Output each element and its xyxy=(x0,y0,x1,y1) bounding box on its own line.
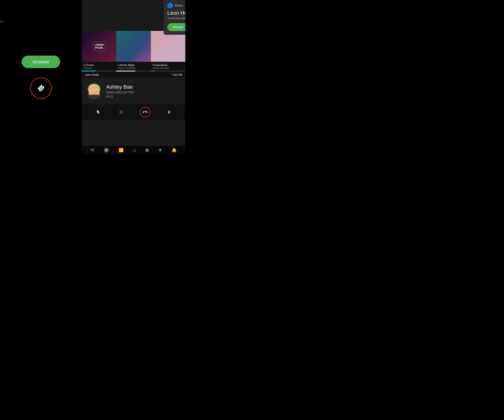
bluetooth-button[interactable] xyxy=(165,108,174,116)
now-playing-time: 7:43 PM xyxy=(172,73,182,77)
media-card-2[interactable] xyxy=(116,31,151,62)
track-title-1: s Tincidu xyxy=(83,64,115,67)
bell-icon[interactable]: 🔔 xyxy=(172,148,177,153)
hangup-icon: ☎ xyxy=(36,83,46,93)
svg-point-6 xyxy=(122,112,123,112)
call-duration: 00:22 xyxy=(106,95,182,98)
lorem-ipsum-text: LOREM IPSUM. xyxy=(93,42,105,51)
progress-fill-3 xyxy=(151,71,154,72)
track-item-1[interactable]: s Tincidu i Ryushi xyxy=(82,62,116,71)
svg-point-1 xyxy=(120,111,120,111)
left-call-panel: ent Answer ☎ xyxy=(0,0,82,154)
media-card-3[interactable] xyxy=(151,31,185,62)
progress-bars-row xyxy=(82,71,185,72)
caller-name: Ashley Bae xyxy=(106,84,182,90)
decline-circle-button[interactable]: ☎ xyxy=(30,77,52,99)
media-titles-row: s Tincidu i Ryushi Lobortis Magn Nayara … xyxy=(82,62,185,71)
track-title-3: Suspendisse xyxy=(152,64,184,67)
active-call-card: Ashley Bae Mobile (360) 624-7567 00:22 xyxy=(82,78,185,104)
notification-answer-button[interactable]: Answer xyxy=(167,23,185,31)
dialpad-button[interactable] xyxy=(117,108,125,116)
progress-bar-1 xyxy=(82,71,116,72)
progress-fill-1 xyxy=(82,71,96,72)
media-card-1[interactable]: LOREM IPSUM. xyxy=(82,31,116,62)
end-call-button[interactable] xyxy=(140,107,150,117)
home-icon[interactable]: ⌂ xyxy=(133,148,136,153)
progress-bar-2 xyxy=(116,71,151,72)
svg-point-2 xyxy=(121,111,121,111)
svg-point-7 xyxy=(120,113,120,114)
incoming-call-notification: 📞 Phone Leon Hunt Incoming call Answer D… xyxy=(164,0,185,35)
now-playing-header: John Smith 7:43 PM xyxy=(82,72,185,78)
notification-caller-name: Leon Hunt xyxy=(167,10,185,16)
caller-avatar xyxy=(85,83,102,99)
progress-bar-3 xyxy=(151,71,185,72)
right-panel: 📞 Phone Leon Hunt Incoming call Answer D… xyxy=(82,0,185,154)
svg-point-4 xyxy=(120,112,120,112)
svg-point-9 xyxy=(122,113,123,114)
phone-app-icon: 📞 xyxy=(167,3,173,8)
caller-info: Ashley Bae Mobile (360) 624-7567 00:22 xyxy=(106,84,182,98)
notification-subtitle: Incoming call xyxy=(167,17,185,20)
nav-number: 72 xyxy=(90,148,94,152)
svg-point-5 xyxy=(121,112,121,112)
svg-point-8 xyxy=(121,113,121,114)
content-area: LOREM IPSUM. s Tincidu i Ryushi Lobortis… xyxy=(82,31,185,146)
signal-icon: 📶 xyxy=(119,148,124,153)
media-cards-row: LOREM IPSUM. xyxy=(82,31,185,62)
nav-arrow-button[interactable]: ▶ xyxy=(104,148,109,153)
progress-fill-2 xyxy=(116,71,135,72)
track-title-2: Lobortis Magn xyxy=(118,64,149,67)
arrow-icon: ▶ xyxy=(106,149,107,151)
notification-actions: Answer Decline xyxy=(167,23,185,31)
call-controls xyxy=(82,104,185,120)
track-item-2[interactable]: Lobortis Magn Nayara Defuente xyxy=(116,62,151,71)
track-item-3[interactable]: Suspendisse Amelia Edwards xyxy=(151,62,185,71)
mute-button[interactable] xyxy=(94,108,102,116)
track-artist-2: Nayara Defuente xyxy=(118,67,149,69)
track-artist-3: Amelia Edwards xyxy=(152,67,184,69)
fan-icon[interactable]: ✳ xyxy=(159,148,162,153)
answer-button-large[interactable]: Answer xyxy=(22,56,60,68)
grid-icon[interactable]: ⊞ xyxy=(145,148,149,153)
notification-app-name: Phone xyxy=(175,4,183,7)
notification-header: 📞 Phone xyxy=(167,3,185,8)
svg-point-3 xyxy=(122,111,123,111)
caller-phone: Mobile (360) 624-7567 xyxy=(106,91,182,94)
now-playing-name: John Smith xyxy=(85,73,99,77)
system-nav-bar: 72 ▶ 📶 ⌂ ⊞ ✳ 🔔 xyxy=(82,146,185,154)
phone-icon-symbol: 📞 xyxy=(168,4,172,7)
partial-text: ent xyxy=(0,20,3,23)
track-artist-1: i Ryushi xyxy=(83,67,115,69)
